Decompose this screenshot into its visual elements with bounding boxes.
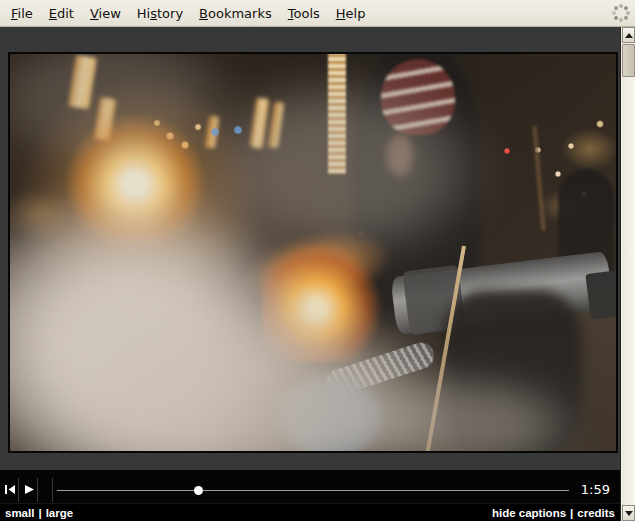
scroll-up-button[interactable] [622, 27, 635, 43]
caption-bar: small | large hide captions | credits [0, 503, 620, 521]
play-button[interactable] [21, 478, 38, 502]
size-links: small | large [5, 507, 73, 519]
small-link[interactable]: small [5, 507, 34, 519]
time-display: 1:59 [581, 482, 610, 497]
play-icon [25, 485, 34, 494]
scrollbar-thumb[interactable] [622, 44, 635, 77]
scroll-down-button[interactable] [622, 505, 635, 521]
menu-file[interactable]: File [3, 2, 41, 25]
page-viewport: 1:59 small | large hide captions | credi… [0, 27, 620, 521]
menu-view[interactable]: View [82, 2, 129, 25]
vertical-scrollbar [620, 27, 635, 521]
timeline-track[interactable] [57, 490, 569, 491]
menu-bookmarks[interactable]: Bookmarks [191, 2, 280, 25]
menu-bar: File Edit View History Bookmarks Tools H… [0, 0, 635, 27]
slideshow-photo [8, 52, 618, 453]
timeline-slider[interactable] [57, 477, 569, 502]
timeline-thumb[interactable] [194, 486, 203, 495]
menu-tools[interactable]: Tools [280, 2, 328, 25]
photo-haze-overlay [10, 54, 616, 451]
menu-edit[interactable]: Edit [41, 2, 82, 25]
hide-captions-link[interactable]: hide captions [492, 507, 566, 519]
separator-text: | [570, 507, 573, 519]
browser-window: File Edit View History Bookmarks Tools H… [0, 0, 635, 521]
throbber-icon [611, 3, 631, 23]
scrollbar-track[interactable] [622, 43, 635, 505]
credits-link[interactable]: credits [577, 507, 615, 519]
skip-back-icon [5, 485, 15, 494]
caption-links: hide captions | credits [492, 507, 615, 519]
control-separator [52, 478, 53, 502]
separator-text: | [38, 507, 41, 519]
player-controls: 1:59 [0, 477, 620, 502]
menu-history[interactable]: History [129, 2, 191, 25]
player-control-bar: 1:59 [0, 470, 620, 503]
scroll-down-icon [625, 511, 633, 516]
skip-back-button[interactable] [2, 478, 19, 502]
menu-help[interactable]: Help [328, 2, 374, 25]
scroll-up-icon [625, 33, 633, 38]
large-link[interactable]: large [46, 507, 74, 519]
